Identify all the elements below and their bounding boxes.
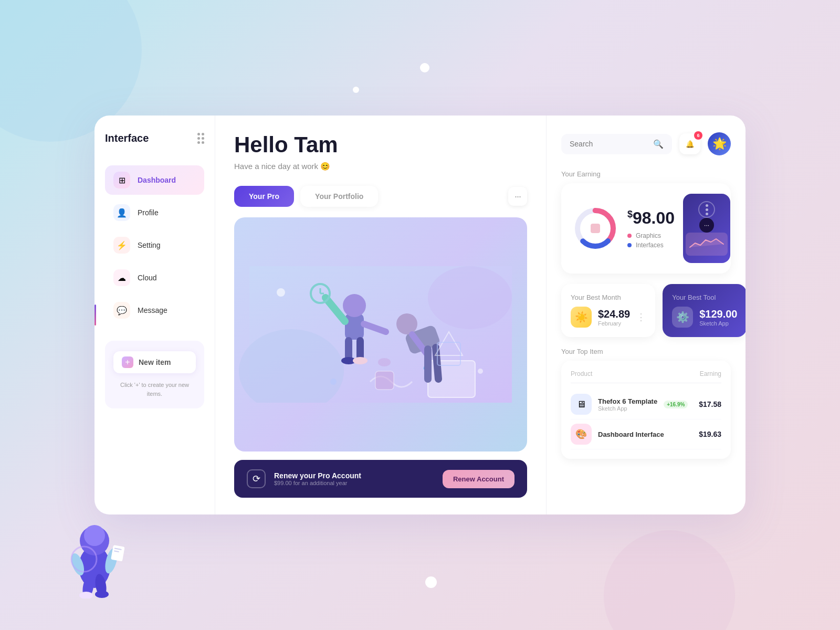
new-item-hint: Click '+' to create your new items.: [113, 381, 196, 398]
search-input[interactable]: [570, 140, 648, 148]
tab-more-button[interactable]: ···: [508, 187, 527, 206]
svg-point-38: [330, 379, 337, 385]
dots-icon: [706, 204, 708, 215]
tab-your-pro[interactable]: Your Pro: [234, 186, 294, 207]
best-month-card: Your Best Month ☀️ $24.89 February ⋮: [561, 284, 655, 337]
best-tool-card: Your Best Tool ⚙️ $129.00 Sketch App: [663, 284, 746, 337]
sidebar-logo: Interface: [105, 132, 204, 144]
tool-details: $129.00 Sketch App: [699, 308, 737, 327]
new-item-box: + New item Click '+' to create your new …: [105, 341, 204, 408]
earning-card: $98.00 Graphics Interfaces: [561, 183, 731, 274]
legend-interfaces: Interfaces: [627, 242, 675, 249]
bg-decoration-2: [604, 530, 735, 630]
svg-rect-39: [375, 371, 394, 390]
sidebar-item-dashboard[interactable]: ⊞ Dashboard: [105, 165, 204, 195]
notifications-button[interactable]: 🔔 6: [679, 133, 700, 154]
active-indicator: [94, 304, 96, 326]
greeting-sub: Have a nice day at work 😊: [234, 162, 527, 171]
hero-svg: [234, 266, 527, 403]
best-tool-content: ⚙️ $129.00 Sketch App: [672, 307, 737, 328]
search-icon: 🔍: [653, 139, 664, 149]
svg-point-36: [277, 288, 285, 297]
renew-banner: ⟳ Renew your Pro Account $99.00 for an a…: [234, 460, 527, 498]
top-item-label: Your Top Item: [561, 348, 731, 355]
main-card: Interface ⊞ Dashboard 👤 Profile ⚡ Settin…: [94, 116, 746, 514]
interfaces-dot: [627, 243, 632, 247]
right-header: 🔍 🔔 6 🌟: [561, 132, 731, 155]
greeting-title: Hello Tam: [234, 132, 527, 158]
earning-legend: Graphics Interfaces: [627, 232, 675, 249]
product-info-1: Thefox 6 Template Sketch App: [598, 397, 657, 412]
bell-icon: 🔔: [686, 140, 695, 148]
dashboard-label: Dashboard: [138, 176, 176, 184]
graphics-dot: [627, 234, 632, 238]
right-panel: 🔍 🔔 6 🌟 Your Earning: [546, 116, 746, 514]
setting-icon: ⚡: [113, 237, 130, 254]
main-content: Hello Tam Have a nice day at work 😊 Your…: [215, 116, 546, 514]
character-illustration: [58, 504, 142, 588]
renew-title: Renew your Pro Account: [274, 471, 434, 480]
grid-icon[interactable]: [197, 133, 204, 144]
dashboard-icon: ⊞: [113, 172, 130, 188]
month-details: $24.89 February: [598, 308, 630, 327]
month-period: February: [598, 320, 630, 327]
new-item-button[interactable]: + New item: [113, 351, 196, 373]
svg-point-11: [95, 591, 109, 598]
best-month-content: ☀️ $24.89 February ⋮: [571, 307, 646, 328]
avatar-icon: 🌟: [712, 137, 727, 151]
svg-point-17: [343, 294, 366, 317]
mini-action-button[interactable]: ···: [699, 218, 714, 233]
interfaces-label: Interfaces: [636, 242, 664, 249]
svg-point-40: [378, 358, 391, 366]
top-items-section: Your Top Item Product Earning 🖥 Thefox 6…: [561, 348, 731, 459]
earning-info: $98.00 Graphics Interfaces: [627, 208, 675, 249]
top-item-card: Product Earning 🖥 Thefox 6 Template Sket…: [561, 361, 731, 459]
table-row: 🖥 Thefox 6 Template Sketch App +16.9% $1…: [571, 390, 721, 419]
tab-bar: Your Pro Your Portfolio ···: [234, 186, 527, 207]
sidebar-item-cloud[interactable]: ☁ Cloud: [105, 263, 204, 292]
cloud-label: Cloud: [138, 274, 157, 282]
sidebar-item-message[interactable]: 💬 Message: [105, 296, 204, 325]
tool-amount: $129.00: [699, 308, 737, 320]
message-icon: 💬: [113, 302, 130, 319]
mini-circle: [698, 201, 715, 218]
month-more-icon[interactable]: ⋮: [636, 311, 646, 323]
earning-label: Your Earning: [561, 170, 731, 178]
sidebar-item-setting[interactable]: ⚡ Setting: [105, 230, 204, 260]
tool-name: Sketch App: [699, 320, 737, 327]
month-icon: ☀️: [571, 307, 592, 328]
mini-stat-card: ···: [683, 194, 730, 263]
product-name-2: Dashboard Interface: [598, 430, 664, 438]
profile-label: Profile: [138, 208, 159, 217]
product-thumb-1: 🖥: [571, 394, 592, 415]
table-row: 🎨 Dashboard Interface $19.63: [571, 419, 721, 449]
message-label: Message: [138, 306, 167, 314]
greeting: Hello Tam Have a nice day at work 😊: [234, 132, 527, 171]
plus-icon: +: [122, 356, 133, 368]
best-stats-row: Your Best Month ☀️ $24.89 February ⋮ You…: [561, 284, 731, 337]
sidebar-item-profile[interactable]: 👤 Profile: [105, 198, 204, 227]
renew-account-button[interactable]: Renew Account: [443, 470, 514, 488]
earning-amount: $98.00: [627, 208, 675, 228]
hero-image: [234, 217, 527, 452]
product-col-header: Product: [571, 370, 592, 377]
profile-icon: 👤: [113, 204, 130, 221]
new-item-label: New item: [139, 358, 171, 366]
cloud-icon: ☁: [113, 269, 130, 286]
svg-point-37: [478, 369, 483, 374]
setting-label: Setting: [138, 241, 161, 249]
user-avatar-button[interactable]: 🌟: [708, 132, 731, 155]
earning-col-header: Earning: [700, 370, 721, 377]
tab-your-portfolio[interactable]: Your Portfolio: [300, 186, 378, 207]
renew-texts: Renew your Pro Account $99.00 for an add…: [274, 471, 434, 486]
graphics-label: Graphics: [636, 232, 661, 239]
mini-dots-icon: ···: [704, 222, 709, 229]
svg-point-23: [353, 357, 368, 364]
bg-dot-1: [420, 63, 429, 72]
product-source-1: Sketch App: [598, 405, 657, 412]
notification-badge: 6: [694, 131, 702, 140]
svg-rect-16: [345, 313, 364, 340]
app-title: Interface: [105, 132, 149, 144]
bg-dot-2: [353, 87, 359, 93]
tool-icon: ⚙️: [672, 307, 693, 328]
